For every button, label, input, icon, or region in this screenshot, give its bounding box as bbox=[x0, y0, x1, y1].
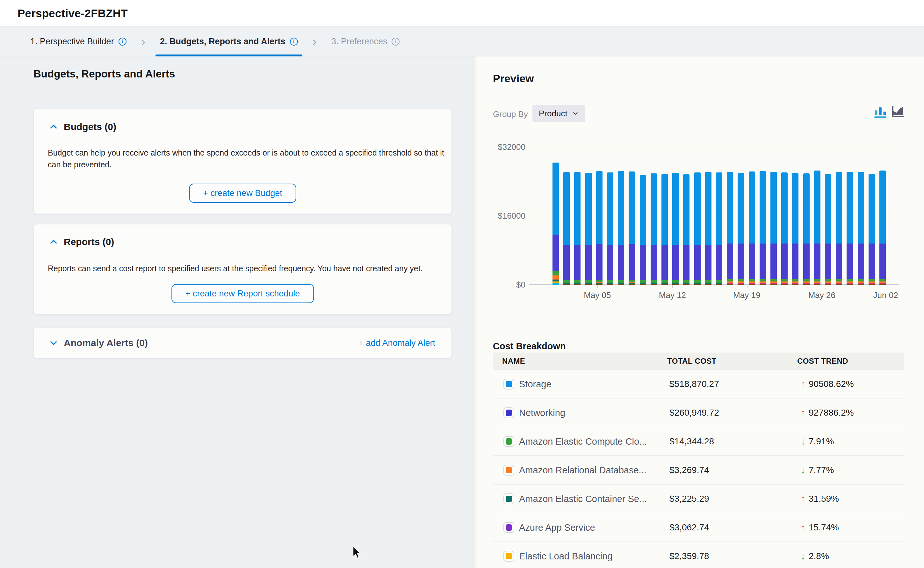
stacked-bar-may-18[interactable] bbox=[738, 173, 744, 285]
group-by-dropdown[interactable]: Product bbox=[532, 105, 585, 122]
bar-segment bbox=[814, 279, 820, 282]
add-anomaly-alert-link[interactable]: + add Anomaly Alert bbox=[359, 338, 435, 348]
x-tick-label: May 05 bbox=[584, 290, 611, 300]
stacked-bar-may-20[interactable] bbox=[760, 171, 766, 285]
stacked-bar-may-08[interactable] bbox=[629, 171, 635, 285]
stacked-bar-may-06[interactable] bbox=[607, 172, 613, 285]
table-row[interactable]: Networking$260,949.72↑927886.2% bbox=[493, 399, 904, 427]
stacked-bar-may-23[interactable] bbox=[792, 173, 799, 285]
chevron-up-icon[interactable] bbox=[49, 237, 58, 246]
bar-segment bbox=[683, 280, 689, 283]
bar-segment bbox=[727, 279, 733, 282]
bar-segment bbox=[858, 243, 864, 279]
trend-value: 7.91% bbox=[809, 437, 834, 447]
bar-segment bbox=[868, 243, 875, 279]
stacked-bar-may-11[interactable] bbox=[662, 174, 668, 285]
stacked-bar-may-27[interactable] bbox=[836, 172, 842, 285]
stacked-bar-may-28[interactable] bbox=[847, 172, 853, 285]
bar-segment bbox=[836, 172, 842, 243]
budgets-card: Budgets (0) Budget can help you receive … bbox=[33, 109, 452, 214]
bar-segment bbox=[738, 284, 744, 285]
stacked-bar-may-12[interactable] bbox=[672, 173, 679, 285]
stacked-bar-may-24[interactable] bbox=[803, 174, 809, 285]
stacked-bar-may-15[interactable] bbox=[705, 172, 711, 285]
table-row[interactable]: Azure App Service$3,062.74↑15.74% bbox=[493, 513, 904, 542]
table-row[interactable]: Elastic Load Balancing$2,359.78↓2.8% bbox=[493, 542, 904, 568]
stacked-bar-may-01[interactable] bbox=[553, 163, 559, 285]
trend-up-icon: ↑ bbox=[801, 493, 805, 504]
stacked-bar-may-22[interactable] bbox=[781, 172, 788, 285]
info-icon[interactable]: i bbox=[119, 38, 127, 45]
create-report-schedule-button[interactable]: + create new Report schedule bbox=[172, 284, 314, 303]
x-tick-mark bbox=[886, 285, 886, 288]
info-icon[interactable]: i bbox=[392, 38, 399, 45]
stacked-bar-may-07[interactable] bbox=[618, 171, 624, 285]
row-total-cost: $2,359.78 bbox=[669, 551, 709, 561]
legend-color-swatch[interactable] bbox=[503, 379, 514, 390]
bar-segment bbox=[662, 284, 668, 285]
tab-label: 1. Perspective Builder bbox=[30, 37, 114, 47]
tab-perspective-builder[interactable]: 1. Perspective Builder i bbox=[26, 27, 131, 56]
bar-segment bbox=[553, 275, 559, 279]
stacked-bar-may-13[interactable] bbox=[683, 174, 689, 285]
chevron-up-icon[interactable] bbox=[49, 122, 58, 131]
stacked-bar-may-14[interactable] bbox=[694, 172, 701, 285]
info-icon[interactable]: i bbox=[290, 38, 298, 45]
bar-segment bbox=[629, 284, 635, 285]
legend-color-swatch[interactable] bbox=[503, 465, 514, 476]
legend-color-swatch[interactable] bbox=[503, 551, 514, 562]
stacked-bar-may-26[interactable] bbox=[825, 174, 831, 285]
bar-segment bbox=[618, 245, 624, 280]
bar-segment bbox=[683, 245, 689, 280]
bar-segment bbox=[574, 280, 580, 283]
stacked-bar-may-04[interactable] bbox=[585, 173, 592, 285]
bar-segment bbox=[814, 284, 820, 285]
tab-budgets-reports-alerts[interactable]: 2. Budgets, Reports and Alerts i bbox=[155, 27, 302, 56]
bar-segment bbox=[716, 172, 722, 245]
stacked-bar-may-25[interactable] bbox=[814, 171, 820, 285]
stacked-bar-may-30[interactable] bbox=[868, 174, 875, 285]
stacked-bar-may-02[interactable] bbox=[563, 172, 570, 285]
x-tick-label: Jun 02 bbox=[873, 290, 898, 300]
stacked-bar-may-31[interactable] bbox=[879, 171, 886, 285]
x-tick-mark bbox=[822, 285, 822, 288]
group-by-value: Product bbox=[539, 109, 567, 119]
legend-color-swatch[interactable] bbox=[503, 436, 514, 447]
stacked-bar-may-03[interactable] bbox=[574, 172, 580, 285]
trend-value: 31.59% bbox=[809, 494, 839, 504]
trend-up-icon: ↑ bbox=[801, 407, 805, 418]
legend-color-swatch[interactable] bbox=[503, 522, 514, 533]
tab-preferences[interactable]: 3. Preferences i bbox=[327, 27, 404, 56]
chevron-right-icon: › bbox=[131, 27, 155, 56]
bar-chart-icon[interactable] bbox=[873, 104, 888, 119]
budgets-description: Budget can help you receive alerts when … bbox=[48, 147, 452, 171]
bar-segment bbox=[770, 243, 777, 279]
stacked-bar-may-19[interactable] bbox=[749, 171, 755, 285]
bar-segment bbox=[574, 245, 580, 280]
legend-color-swatch[interactable] bbox=[503, 407, 514, 418]
stacked-bar-may-10[interactable] bbox=[651, 174, 657, 285]
stacked-bar-may-29[interactable] bbox=[858, 172, 864, 285]
table-row[interactable]: Amazon Relational Database...$3,269.74↓7… bbox=[493, 456, 904, 485]
bar-segment bbox=[868, 279, 875, 282]
bar-segment bbox=[847, 279, 853, 282]
x-tick-mark bbox=[672, 285, 673, 288]
bar-segment bbox=[651, 284, 657, 285]
stacked-bar-may-16[interactable] bbox=[716, 172, 722, 285]
stacked-bar-may-21[interactable] bbox=[770, 172, 777, 285]
stacked-bar-may-05[interactable] bbox=[596, 171, 603, 285]
area-chart-icon[interactable] bbox=[891, 104, 906, 119]
table-row[interactable]: Amazon Elastic Container Se...$3,225.29↑… bbox=[493, 485, 904, 513]
column-cost-trend: COST TREND bbox=[797, 357, 848, 366]
create-budget-button[interactable]: + create new Budget bbox=[189, 184, 296, 203]
table-row[interactable]: Amazon Elastic Compute Clo...$14,344.28↓… bbox=[493, 427, 904, 456]
budgets-reports-alerts-panel: Budgets, Reports and Alerts Budgets (0) … bbox=[0, 56, 473, 568]
stacked-bar-may-09[interactable] bbox=[640, 175, 646, 285]
table-row[interactable]: Storage$518,870.27↑90508.62% bbox=[493, 370, 904, 399]
stacked-bar-may-17[interactable] bbox=[727, 172, 733, 285]
bar-segment bbox=[563, 172, 570, 245]
row-name: Amazon Elastic Container Se... bbox=[519, 493, 647, 504]
chevron-down-icon[interactable] bbox=[49, 338, 58, 347]
legend-color-swatch[interactable] bbox=[503, 493, 514, 504]
bar-segment bbox=[879, 279, 886, 282]
